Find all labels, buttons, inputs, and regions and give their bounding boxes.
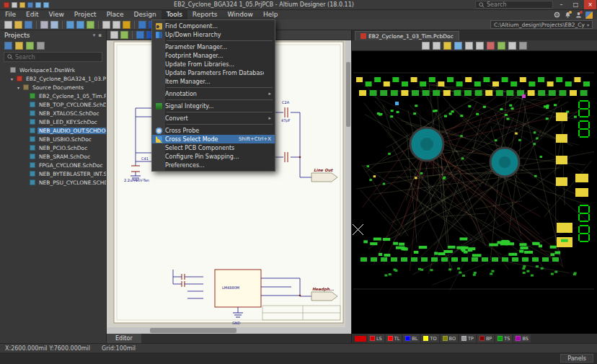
new-document-icon[interactable] <box>4 21 12 29</box>
horizontal-scrollbar[interactable] <box>107 327 351 334</box>
save-project-icon[interactable] <box>4 42 12 50</box>
user-icon[interactable] <box>575 12 582 19</box>
paste-icon[interactable] <box>123 21 131 29</box>
menu-window[interactable]: Window <box>222 10 258 19</box>
menu-item-find-component[interactable]: Find Component... <box>152 22 275 30</box>
print-preview-icon[interactable] <box>50 21 58 29</box>
layer-tab-bs[interactable]: BS <box>513 334 530 342</box>
menu-reports[interactable]: Reports <box>187 10 223 19</box>
undo-icon[interactable] <box>35 2 41 8</box>
tree-item-neb-sram-schdoc[interactable]: NEB_SRAM.SchDoc <box>0 152 106 161</box>
close-button[interactable]: × <box>584 0 596 9</box>
compile-project-icon[interactable] <box>26 42 34 50</box>
tree-item-neb-psu-cyclone-schdoc[interactable]: NEB_PSU_CYCLONE.SCHDOC <box>0 178 106 187</box>
menu-item-update-parameters-from-database[interactable]: Update Parameters From Database... <box>152 68 275 77</box>
tree-item-neb-usbio-schdoc[interactable]: NEB_USBIO.SchDoc <box>0 135 106 143</box>
pad-icon[interactable] <box>476 42 484 50</box>
pcb-canvas[interactable] <box>352 51 597 334</box>
projects-search[interactable] <box>4 52 102 62</box>
panel-chevron-down-icon[interactable]: ▾ <box>93 32 96 38</box>
wire-mode-icon[interactable] <box>136 31 144 39</box>
menu-item-preferences[interactable]: Preferences... <box>152 161 275 169</box>
open-icon[interactable] <box>14 21 22 29</box>
tree-item-neb-top-cyclone-schdoc[interactable]: NEB_TOP_CYCLONE.SchDoc <box>0 100 106 109</box>
selection-filter-icon[interactable] <box>110 31 118 39</box>
via-icon[interactable] <box>487 42 495 50</box>
menu-item-configure-pin-swapping[interactable]: Configure Pin Swapping... <box>152 152 275 161</box>
copy-icon[interactable] <box>112 21 120 29</box>
menu-item-annotation[interactable]: Annotation▸ <box>152 89 275 98</box>
vertical-scrollbar-thumb[interactable] <box>346 62 350 127</box>
app-logo-icon[interactable] <box>4 2 9 8</box>
menu-edit[interactable]: Edit <box>21 10 43 19</box>
editor-tab[interactable]: Editor <box>107 334 141 343</box>
layer-tab-bp[interactable]: BP <box>477 334 494 342</box>
layer-tab-ls[interactable]: LS <box>368 334 384 342</box>
menu-item-parameter-manager[interactable]: Parameter Manager... <box>152 43 275 51</box>
maximize-button[interactable]: □ <box>570 0 582 9</box>
polygon-pour-icon[interactable] <box>498 42 505 50</box>
panel-pin-icon[interactable]: ▪ <box>98 32 102 38</box>
tree-item-neb-led-key-schdoc[interactable]: NEB_LED_KEY.SchDoc <box>0 117 106 126</box>
wire-icon[interactable] <box>138 21 146 29</box>
menu-help[interactable]: Help <box>258 10 283 19</box>
print-icon[interactable] <box>40 21 48 29</box>
menu-item-cross-probe[interactable]: Cross Probe <box>152 126 275 135</box>
zoom-window-icon[interactable] <box>66 21 74 29</box>
new-document-icon[interactable] <box>12 2 17 8</box>
gear-icon[interactable] <box>553 12 560 19</box>
notifications-bell-icon[interactable] <box>564 12 571 19</box>
cut-icon[interactable] <box>102 21 110 29</box>
layer-tab-tp[interactable]: TP <box>459 334 476 342</box>
zoom-fit-icon[interactable] <box>76 21 84 29</box>
view-3d-icon[interactable] <box>519 42 527 50</box>
open-project-icon[interactable] <box>19 2 25 8</box>
tree-item-neb-audio-out-schdoc[interactable]: NEB_AUDIO_OUT.SCHDOC <box>0 126 106 135</box>
layer-tab-to[interactable]: TO <box>421 334 438 342</box>
interactive-route-icon[interactable] <box>465 42 473 50</box>
menu-item-signal-integrity[interactable]: Signal Integrity... <box>152 102 275 110</box>
grid-settings-icon[interactable] <box>443 42 451 50</box>
selection-filter-icon[interactable] <box>433 42 441 50</box>
layer-tab-bl[interactable]: BL <box>403 334 420 342</box>
tree-item-eb2-cyclone-1-05-tim-pcbdoc[interactable]: EB2_Cyclone_1_05_Tim.PcbDoc <box>0 92 106 100</box>
pcb-document-tab[interactable]: EB2_Cyclone_1_03_Tim.PcbDoc <box>355 31 459 40</box>
tree-item-neb-pcio-schdoc[interactable]: NEB_PCIO.SchDoc <box>0 143 106 152</box>
layer-tab-bo[interactable]: BO <box>441 334 458 342</box>
tree-item-source-documents[interactable]: ▾Source Documents <box>0 83 106 92</box>
tree-item-workspace1-dsnwrk[interactable]: Workspace1.DsnWrk <box>0 66 106 74</box>
tree-item-neb-byteblaster-int-schdoc[interactable]: NEB_BYTEBLASTER_INT.SchDoc <box>0 169 106 178</box>
global-search[interactable]: Search <box>475 1 553 9</box>
menu-item-cross-select-mode[interactable]: Cross Select ModeShift+Ctrl+X <box>152 135 275 143</box>
menu-item-footprint-manager[interactable]: Footprint Manager... <box>152 51 275 60</box>
panels-button[interactable]: Panels <box>560 354 593 363</box>
panel-settings-icon[interactable] <box>37 42 45 50</box>
layer-stack-icon[interactable] <box>454 42 462 50</box>
menu-design[interactable]: Design <box>129 10 162 19</box>
move-icon[interactable] <box>120 31 128 39</box>
menu-item-update-from-libraries[interactable]: Update From Libraries... <box>152 60 275 68</box>
tree-item-neb-xtalosc-schdoc[interactable]: NEB_XTALOSC.SchDoc <box>0 109 106 117</box>
horizontal-scrollbar-thumb[interactable] <box>150 328 236 333</box>
tree-item-eb2-cyclone-bga324-1-03-prjpcb[interactable]: ▾EB2_Cyclone_BGA324_1_03.PrjPCB * <box>0 74 106 83</box>
menu-item-convert[interactable]: Convert▸ <box>152 114 275 123</box>
tree-item-fpga-cyclone-schdoc[interactable]: FPGA_CYCLONE.SchDoc <box>0 161 106 169</box>
menu-item-item-manager[interactable]: Item Manager... <box>152 77 275 86</box>
menu-item-up-down-hierarchy[interactable]: Up/Down Hierarchy <box>152 30 275 39</box>
projects-search-input[interactable] <box>15 54 93 61</box>
menu-tools[interactable]: Tools <box>162 10 187 19</box>
redo-icon[interactable] <box>43 2 49 8</box>
project-path-combo[interactable]: C:\Altium_design\Projects\EB2_Cy ▾ <box>490 20 593 29</box>
menu-file[interactable]: File <box>0 10 21 19</box>
measure-icon[interactable] <box>508 42 516 50</box>
vertical-scrollbar[interactable] <box>345 40 351 327</box>
layer-tab-tl[interactable]: TL <box>386 334 402 342</box>
expander-icon[interactable]: ▾ <box>16 85 21 90</box>
layer-tab-ts[interactable]: TS <box>495 334 512 342</box>
save-icon[interactable] <box>27 2 33 8</box>
open-project-icon[interactable] <box>15 42 23 50</box>
minimize-button[interactable]: – <box>555 0 567 9</box>
menu-item-select-pcb-components[interactable]: Select PCB Components <box>152 143 275 152</box>
expander-icon[interactable]: ▾ <box>9 76 14 81</box>
avatar[interactable] <box>585 12 593 19</box>
